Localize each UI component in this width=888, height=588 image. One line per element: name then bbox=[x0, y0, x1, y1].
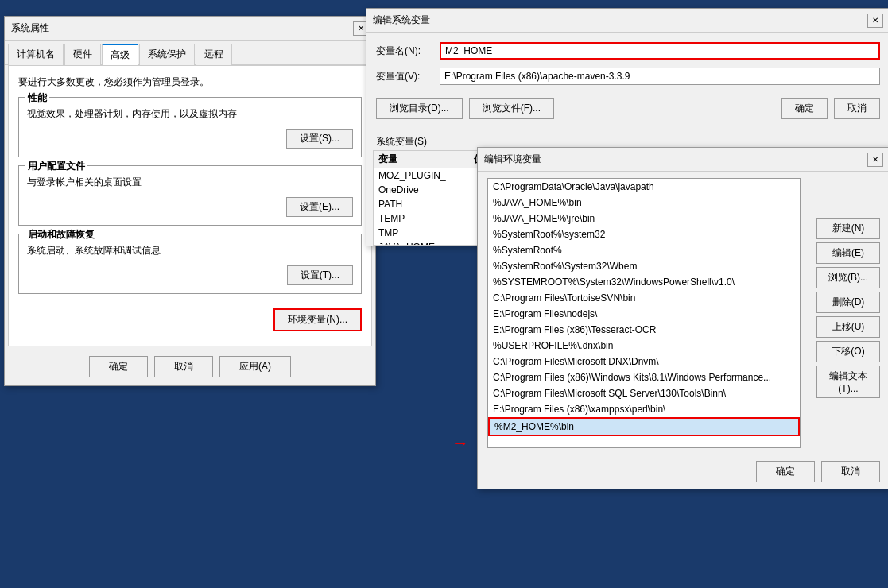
sys-var-name-3: TEMP bbox=[378, 213, 474, 224]
browse-dir-btn[interactable]: 浏览目录(D)... bbox=[376, 98, 463, 119]
env-path-item-7[interactable]: C:\Program Files\TortoiseSVN\bin bbox=[488, 290, 800, 306]
edit-env-close-btn[interactable]: ✕ bbox=[867, 153, 883, 167]
var-value-input[interactable] bbox=[440, 68, 880, 85]
env-side-btn-3[interactable]: 删除(D) bbox=[816, 292, 880, 313]
startup-label: 启动和故障恢复 bbox=[25, 228, 97, 242]
edit-sysvar-title: 编辑系统变量 bbox=[373, 14, 430, 27]
edit-env-title: 编辑环境变量 bbox=[484, 153, 541, 166]
col-var-label: 变量 bbox=[378, 153, 474, 166]
esv-ok-btn[interactable]: 确定 bbox=[781, 98, 828, 119]
sys-var-name-0: MOZ_PLUGIN_ bbox=[378, 170, 474, 181]
env-path-item-4[interactable]: %SystemRoot% bbox=[488, 242, 800, 258]
edit-env-titlebar: 编辑环境变量 ✕ bbox=[478, 148, 888, 172]
env-side-btn-0[interactable]: 新建(N) bbox=[816, 218, 880, 239]
sys-props-content: 要进行大多数更改，您必须作为管理员登录。 性能 视觉效果，处理器计划，内存使用，… bbox=[8, 65, 372, 346]
sys-props-footer: 确定 取消 应用(A) bbox=[5, 350, 375, 385]
env-side-btns: 新建(N)编辑(E)浏览(B)...删除(D)上移(U)下移(O)编辑文本(T)… bbox=[816, 218, 880, 398]
env-path-item-15[interactable]: %M2_HOME%\bin bbox=[488, 417, 800, 436]
sys-props-tabs: 计算机名 硬件 高级 系统保护 远程 bbox=[5, 41, 375, 65]
edit-env-window: 编辑环境变量 ✕ C:\ProgramData\Oracle\Java\java… bbox=[477, 147, 888, 489]
env-path-item-3[interactable]: %SystemRoot%\system32 bbox=[488, 226, 800, 242]
env-path-item-12[interactable]: C:\Program Files (x86)\Windows Kits\8.1\… bbox=[488, 369, 800, 385]
sys-props-ok-btn[interactable]: 确定 bbox=[89, 356, 148, 377]
tab-remote[interactable]: 远程 bbox=[196, 44, 232, 65]
env-path-item-2[interactable]: %JAVA_HOME%\jre\bin bbox=[488, 211, 800, 226]
esv-browse-btns: 浏览目录(D)... 浏览文件(F)... 确定 取消 bbox=[366, 93, 888, 124]
env-side-btn-2[interactable]: 浏览(B)... bbox=[816, 267, 880, 288]
performance-desc: 视觉效果，处理器计划，内存使用，以及虚拟内存 bbox=[27, 107, 353, 121]
sys-var-name-2: PATH bbox=[378, 199, 474, 210]
env-cancel-btn[interactable]: 取消 bbox=[821, 461, 880, 482]
sys-vars-section-label: 系统变量(S) bbox=[376, 135, 427, 149]
var-name-row: 变量名(N): bbox=[366, 42, 888, 60]
env-path-item-14[interactable]: E:\Program Files (x86)\xamppsx\perl\bin\ bbox=[488, 401, 800, 417]
esv-content: 变量名(N): 变量值(V): 浏览目录(D)... 浏览文件(F)... 确定… bbox=[366, 33, 888, 130]
env-path-item-13[interactable]: C:\Program Files\Microsoft SQL Server\13… bbox=[488, 385, 800, 401]
performance-settings-btn[interactable]: 设置(S)... bbox=[286, 129, 353, 149]
env-ok-btn[interactable]: 确定 bbox=[756, 461, 815, 482]
user-profile-section: 用户配置文件 与登录帐户相关的桌面设置 设置(E)... bbox=[18, 165, 362, 226]
env-path-item-6[interactable]: %SYSTEMROOT%\System32\WindowsPowerShell\… bbox=[488, 274, 800, 290]
env-side-btn-4[interactable]: 上移(U) bbox=[816, 316, 880, 338]
sys-var-name-4: TMP bbox=[378, 227, 474, 238]
esv-cancel-btn[interactable]: 取消 bbox=[834, 98, 880, 119]
performance-section: 性能 视觉效果，处理器计划，内存使用，以及虚拟内存 设置(S)... bbox=[18, 97, 362, 157]
edit-sysvar-controls: ✕ bbox=[867, 14, 883, 28]
edit-env-controls: ✕ bbox=[867, 153, 883, 167]
env-path-item-8[interactable]: E:\Program Files\nodejs\ bbox=[488, 306, 800, 322]
user-profile-label: 用户配置文件 bbox=[25, 160, 87, 173]
sys-var-name-5: JAVA_HOME bbox=[378, 242, 474, 246]
var-name-input[interactable] bbox=[440, 42, 880, 60]
sys-props-window: 系统属性 ✕ 计算机名 硬件 高级 系统保护 远程 要进行大多数更改，您必须作为… bbox=[4, 16, 376, 386]
env-side-btn-6[interactable]: 编辑文本(T)... bbox=[816, 366, 880, 398]
red-arrow: → bbox=[452, 433, 469, 454]
tab-hardware[interactable]: 硬件 bbox=[64, 44, 101, 65]
tab-computer-name[interactable]: 计算机名 bbox=[8, 44, 64, 65]
edit-sysvar-titlebar: 编辑系统变量 ✕ bbox=[366, 9, 888, 33]
sys-props-apply-btn[interactable]: 应用(A) bbox=[219, 356, 291, 377]
startup-settings-btn[interactable]: 设置(T)... bbox=[287, 265, 353, 285]
startup-section: 启动和故障恢复 系统启动、系统故障和调试信息 设置(T)... bbox=[18, 234, 362, 294]
env-list-container: C:\ProgramData\Oracle\Java\javapath%JAVA… bbox=[487, 178, 801, 448]
sys-props-title: 系统属性 bbox=[11, 21, 49, 35]
var-value-row: 变量值(V): bbox=[366, 68, 888, 85]
env-path-item-5[interactable]: %SystemRoot%\System32\Wbem bbox=[488, 258, 800, 274]
tab-advanced[interactable]: 高级 bbox=[102, 44, 138, 65]
var-value-label: 变量值(V): bbox=[376, 70, 440, 83]
sys-props-cancel-btn[interactable]: 取消 bbox=[154, 356, 213, 377]
env-side-btn-5[interactable]: 下移(O) bbox=[816, 341, 880, 362]
env-variables-btn[interactable]: 环境变量(N)... bbox=[273, 308, 362, 331]
env-path-item-10[interactable]: %USERPROFILE%\.dnx\bin bbox=[488, 338, 800, 354]
env-path-item-9[interactable]: E:\Program Files (x86)\Tesseract-OCR bbox=[488, 322, 800, 338]
env-footer: 确定 取消 bbox=[478, 455, 888, 489]
env-side-btn-1[interactable]: 编辑(E) bbox=[816, 242, 880, 264]
user-profile-desc: 与登录帐户相关的桌面设置 bbox=[27, 176, 353, 189]
user-profile-settings-btn[interactable]: 设置(E)... bbox=[286, 197, 353, 217]
browse-file-btn[interactable]: 浏览文件(F)... bbox=[469, 98, 554, 119]
tab-sys-protection[interactable]: 系统保护 bbox=[139, 44, 195, 65]
env-path-item-1[interactable]: %JAVA_HOME%\bin bbox=[488, 195, 800, 211]
var-name-label: 变量名(N): bbox=[376, 44, 440, 58]
warning-text: 要进行大多数更改，您必须作为管理员登录。 bbox=[18, 75, 362, 89]
startup-desc: 系统启动、系统故障和调试信息 bbox=[27, 244, 353, 257]
env-path-item-11[interactable]: C:\Program Files\Microsoft DNX\Dnvm\ bbox=[488, 354, 800, 369]
sys-props-titlebar: 系统属性 ✕ bbox=[5, 17, 375, 41]
edit-sysvar-close-btn[interactable]: ✕ bbox=[867, 14, 883, 28]
env-path-item-0[interactable]: C:\ProgramData\Oracle\Java\javapath bbox=[488, 179, 800, 195]
performance-label: 性能 bbox=[25, 91, 49, 105]
sys-var-name-1: OneDrive bbox=[378, 184, 474, 195]
